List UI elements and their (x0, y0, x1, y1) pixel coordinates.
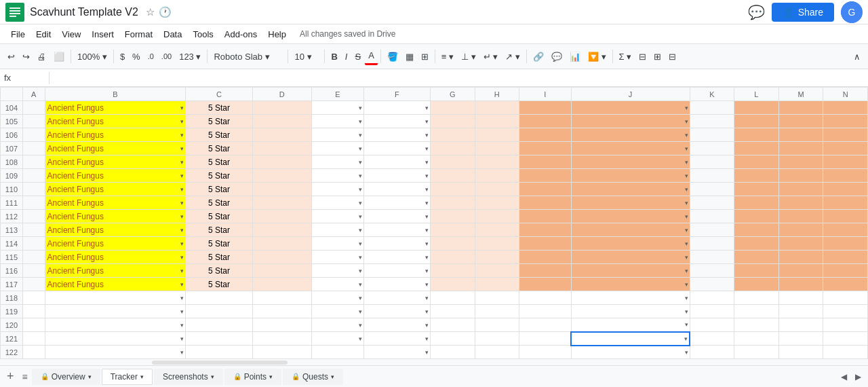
row-header[interactable]: 121 (1, 332, 23, 346)
filter-button[interactable]: 🔽 ▾ (585, 49, 610, 64)
tab-screenshots[interactable]: Screenshots ▾ (154, 369, 223, 385)
cell-m[interactable] (778, 318, 823, 332)
cell-j[interactable]: ▾ (571, 155, 690, 169)
cell-e[interactable]: ▾ (312, 128, 364, 142)
dropdown-arrow[interactable]: ▾ (425, 118, 429, 125)
cell-j[interactable]: ▾ (571, 332, 690, 346)
row-header[interactable]: 114 (1, 237, 23, 251)
cell-j[interactable]: ▾ (571, 251, 690, 264)
cell-i[interactable] (519, 318, 572, 332)
dropdown-arrow[interactable]: ▾ (359, 322, 362, 329)
dropdown-arrow[interactable]: ▾ (685, 132, 688, 139)
cell-g[interactable] (430, 128, 475, 142)
col-header-a[interactable]: A (22, 88, 45, 101)
cell-e[interactable] (312, 346, 364, 359)
cell-g[interactable] (430, 318, 475, 332)
formula-input[interactable] (54, 73, 864, 83)
dropdown-arrow[interactable]: ▾ (425, 213, 429, 220)
zoom-select[interactable]: 100% ▾ (74, 50, 111, 64)
cell-k[interactable] (690, 305, 734, 318)
dropdown-arrow[interactable]: ▾ (685, 308, 688, 315)
dropdown-arrow[interactable]: ▾ (180, 268, 184, 274)
decimal-increase-button[interactable]: .00 (158, 50, 175, 63)
cell-j[interactable]: ▾ (571, 210, 690, 223)
cell-n[interactable] (823, 237, 868, 251)
cell-j[interactable]: ▾ (571, 142, 690, 155)
cell-g[interactable] (430, 291, 475, 305)
cell-j[interactable]: ▾ (571, 237, 690, 251)
cell-d[interactable] (252, 251, 311, 264)
strikethrough-button[interactable]: S (351, 49, 364, 64)
cell-c[interactable]: 5 Star (186, 155, 252, 169)
cell-m[interactable] (778, 305, 823, 318)
cell-e[interactable]: ▾ (312, 196, 364, 210)
dropdown-arrow[interactable]: ▾ (685, 281, 688, 288)
cell-f[interactable]: ▾ (363, 332, 430, 346)
dropdown-arrow[interactable]: ▾ (180, 132, 184, 139)
cell-e[interactable]: ▾ (312, 142, 364, 155)
dropdown-arrow[interactable]: ▾ (685, 254, 688, 261)
cell-m[interactable] (778, 183, 823, 196)
col-header-g[interactable]: G (430, 88, 475, 101)
cell-b[interactable]: Ancient Fungus▾ (45, 223, 186, 237)
cell-f[interactable]: ▾ (363, 223, 430, 237)
cell-i[interactable] (519, 264, 572, 278)
row-header[interactable]: 104 (1, 101, 23, 115)
cell-e[interactable]: ▾ (312, 305, 364, 318)
cell-n[interactable] (823, 264, 868, 278)
cell-n[interactable] (823, 223, 868, 237)
cell-b[interactable]: Ancient Fungus▾ (45, 155, 186, 169)
col-header-j[interactable]: J (571, 88, 690, 101)
cell-b[interactable]: Ancient Fungus▾ (45, 101, 186, 115)
cell-g[interactable] (430, 278, 475, 291)
tab-tracker[interactable]: Tracker ▾ (102, 369, 153, 385)
dropdown-arrow[interactable]: ▾ (425, 335, 429, 342)
cell-b[interactable]: ▾ (45, 346, 186, 359)
cell-f[interactable]: ▾ (363, 115, 430, 128)
cell-a[interactable] (22, 142, 45, 155)
dropdown-arrow[interactable]: ▾ (425, 186, 429, 193)
cell-l[interactable] (734, 101, 779, 115)
dropdown-arrow[interactable]: ▾ (359, 308, 362, 315)
row-header[interactable]: 107 (1, 142, 23, 155)
dropdown-arrow[interactable]: ▾ (359, 118, 362, 125)
cell-e[interactable]: ▾ (312, 115, 364, 128)
dropdown-arrow[interactable]: ▾ (180, 240, 184, 247)
cell-d[interactable] (252, 115, 311, 128)
cell-c[interactable]: 5 Star (186, 251, 252, 264)
decimal-decrease-button[interactable]: .0 (144, 50, 157, 63)
cell-i[interactable] (519, 169, 572, 183)
row-header[interactable]: 122 (1, 346, 23, 359)
dropdown-arrow[interactable]: ▾ (685, 200, 688, 206)
col-header-h[interactable]: H (475, 88, 519, 101)
row-header[interactable]: 109 (1, 169, 23, 183)
dropdown-arrow[interactable]: ▾ (180, 213, 184, 220)
cell-i[interactable] (519, 155, 572, 169)
cell-i[interactable] (519, 128, 572, 142)
cell-m[interactable] (778, 155, 823, 169)
cell-i[interactable] (519, 278, 572, 291)
cell-m[interactable] (778, 291, 823, 305)
dropdown-arrow[interactable]: ▾ (425, 159, 429, 166)
cell-h[interactable] (475, 278, 519, 291)
cell-g[interactable] (430, 101, 475, 115)
dropdown-arrow[interactable]: ▾ (359, 145, 362, 152)
row-header[interactable]: 115 (1, 251, 23, 264)
font-size-select[interactable]: 10 ▾ (291, 50, 321, 64)
number-format-select[interactable]: 123 ▾ (176, 50, 204, 64)
horizontal-scrollbar[interactable] (0, 358, 868, 365)
dropdown-arrow[interactable]: ▾ (685, 105, 688, 111)
cell-d[interactable] (252, 210, 311, 223)
dropdown-arrow[interactable]: ▾ (425, 105, 429, 111)
col-header-d[interactable]: D (252, 88, 311, 101)
row-header[interactable]: 118 (1, 291, 23, 305)
history-icon[interactable]: 🕐 (159, 6, 172, 18)
cell-k[interactable] (690, 115, 734, 128)
cell-a[interactable] (22, 183, 45, 196)
cell-a[interactable] (22, 169, 45, 183)
share-button[interactable]: 👤 Share (772, 3, 834, 22)
cell-l[interactable] (734, 278, 779, 291)
cell-i[interactable] (519, 142, 572, 155)
dropdown-arrow[interactable]: ▾ (180, 322, 184, 329)
cell-k[interactable] (690, 128, 734, 142)
